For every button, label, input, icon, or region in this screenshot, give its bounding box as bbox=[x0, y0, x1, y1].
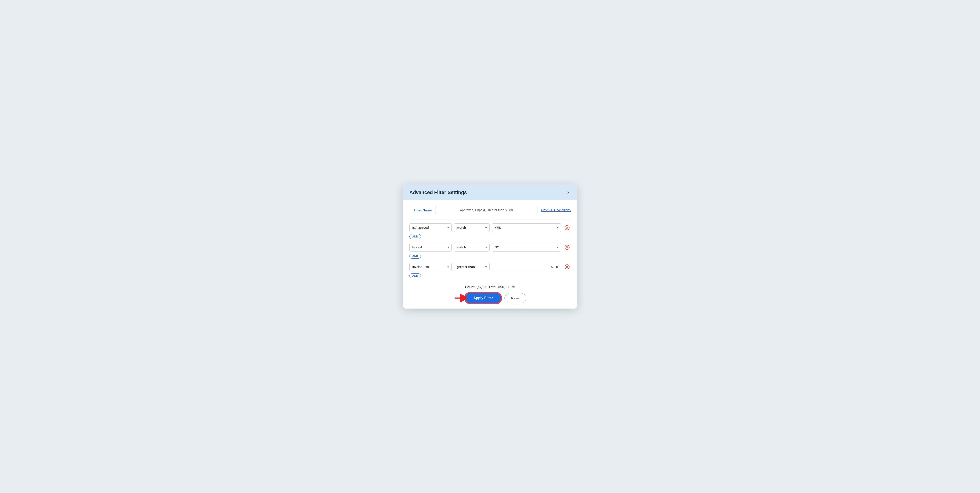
remove-condition-2-button[interactable] bbox=[563, 244, 571, 251]
and-badge-1[interactable]: AND bbox=[409, 234, 421, 239]
operator-select-wrapper-1: match does not match ▾ bbox=[454, 223, 490, 232]
value-input-3[interactable] bbox=[492, 262, 561, 271]
modal-title: Advanced Filter Settings bbox=[409, 189, 467, 196]
modal-header: Advanced Filter Settings × bbox=[403, 184, 577, 200]
play-icon: ▷ bbox=[484, 285, 487, 289]
value-select-wrapper-2: YES NO ▾ bbox=[492, 243, 561, 251]
operator-select-1[interactable]: match does not match bbox=[454, 223, 490, 232]
filter-name-label: Filter Name bbox=[409, 208, 432, 212]
value-select-2[interactable]: YES NO bbox=[492, 243, 561, 251]
and-badge-2[interactable]: AND bbox=[409, 254, 421, 259]
remove-condition-1-button[interactable] bbox=[563, 224, 571, 231]
modal-body: Filter Name Match ALL conditions Is Appr… bbox=[403, 200, 577, 309]
condition-row-3: Is Approved Is Paid Invoice Total Invoic… bbox=[409, 262, 571, 271]
condition-block-3: Is Approved Is Paid Invoice Total Invoic… bbox=[409, 262, 571, 281]
summary-row: Count: (5x) ▷ Total: $96,133.76 bbox=[409, 285, 571, 289]
filter-name-row: Filter Name Match ALL conditions bbox=[409, 206, 571, 214]
field-select-2[interactable]: Is Approved Is Paid Invoice Total Invoic… bbox=[409, 243, 452, 251]
apply-filter-button[interactable]: Apply Filter bbox=[465, 293, 501, 303]
operator-select-2[interactable]: match does not match bbox=[454, 243, 490, 251]
remove-icon-3 bbox=[565, 264, 570, 270]
operator-select-3[interactable]: match does not match greater than less t… bbox=[454, 262, 490, 271]
advanced-filter-modal: Advanced Filter Settings × Filter Name M… bbox=[403, 184, 577, 309]
and-badge-3[interactable]: AND bbox=[409, 274, 421, 278]
value-select-1[interactable]: YES NO bbox=[492, 223, 561, 232]
apply-btn-wrapper: Apply Filter bbox=[454, 293, 501, 303]
operator-select-wrapper-2: match does not match ▾ bbox=[454, 243, 490, 251]
field-select-wrapper-3: Is Approved Is Paid Invoice Total Invoic… bbox=[409, 262, 452, 271]
operator-select-wrapper-3: match does not match greater than less t… bbox=[454, 262, 490, 271]
condition-row-1: Is Approved Is Paid Invoice Total Invoic… bbox=[409, 223, 571, 232]
condition-block-2: Is Approved Is Paid Invoice Total Invoic… bbox=[409, 243, 571, 262]
value-input-wrapper-3 bbox=[492, 262, 561, 271]
remove-condition-3-button[interactable] bbox=[563, 263, 571, 270]
red-arrow-icon bbox=[454, 294, 467, 302]
remove-icon-1 bbox=[565, 225, 570, 231]
close-button[interactable]: × bbox=[566, 189, 571, 196]
remove-icon-2 bbox=[565, 245, 570, 250]
field-select-1[interactable]: Is Approved Is Paid Invoice Total Invoic… bbox=[409, 223, 452, 232]
filter-name-input[interactable] bbox=[435, 206, 538, 214]
condition-block-1: Is Approved Is Paid Invoice Total Invoic… bbox=[409, 223, 571, 242]
reset-button[interactable]: Reset bbox=[504, 293, 526, 303]
value-select-wrapper-1: YES NO ▾ bbox=[492, 223, 561, 232]
total-label: Total: bbox=[488, 285, 498, 289]
divider bbox=[409, 219, 571, 219]
field-select-3[interactable]: Is Approved Is Paid Invoice Total Invoic… bbox=[409, 262, 452, 271]
condition-row-2: Is Approved Is Paid Invoice Total Invoic… bbox=[409, 243, 571, 251]
count-label: Count: bbox=[465, 285, 476, 289]
action-row: Apply Filter Reset bbox=[409, 293, 571, 303]
total-value: $96,133.76 bbox=[498, 285, 515, 289]
field-select-wrapper-1: Is Approved Is Paid Invoice Total Invoic… bbox=[409, 223, 452, 232]
field-select-wrapper-2: Is Approved Is Paid Invoice Total Invoic… bbox=[409, 243, 452, 251]
count-value: (5x) bbox=[477, 285, 482, 289]
match-all-conditions-link[interactable]: Match ALL conditions bbox=[541, 208, 571, 212]
